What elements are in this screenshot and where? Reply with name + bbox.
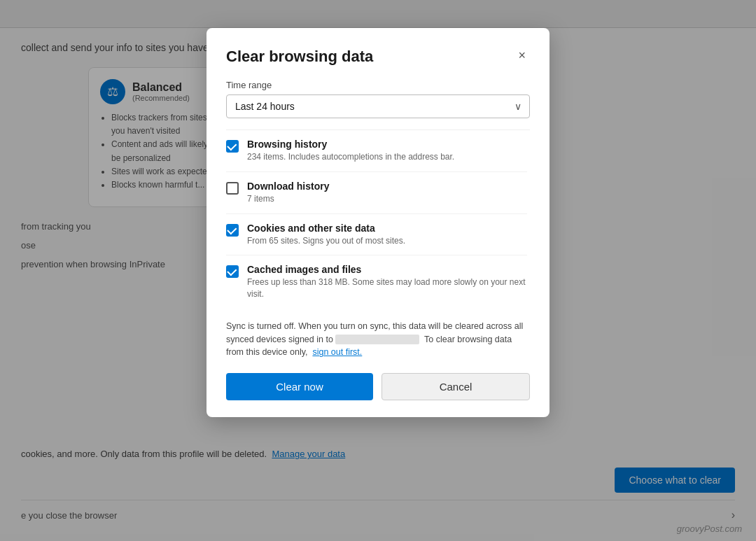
cached-desc: Frees up less than 318 MB. Some sites ma… xyxy=(247,276,527,300)
clear-now-button[interactable]: Clear now xyxy=(226,373,373,400)
options-list: Browsing history 234 items. Includes aut… xyxy=(226,129,530,309)
browsing-history-label: Browsing history xyxy=(247,139,527,150)
download-history-checkbox[interactable] xyxy=(226,182,239,195)
modal-overlay: Clear browsing data × Time range Last ho… xyxy=(0,0,756,541)
download-history-desc: 7 items xyxy=(247,193,527,205)
download-history-label: Download history xyxy=(247,181,527,192)
modal-title: Clear browsing data xyxy=(226,48,373,66)
browsing-history-checkbox[interactable] xyxy=(226,140,239,153)
cancel-button[interactable]: Cancel xyxy=(382,373,530,400)
cookies-checkbox[interactable] xyxy=(226,224,239,237)
cached-option: Cached images and files Frees up less th… xyxy=(226,255,527,309)
cached-label: Cached images and files xyxy=(247,264,527,275)
cookies-desc: From 65 sites. Signs you out of most sit… xyxy=(247,235,527,247)
cookies-option: Cookies and other site data From 65 site… xyxy=(226,214,527,256)
sync-notice: Sync is turned off. When you turn on syn… xyxy=(226,320,530,359)
clear-browsing-data-modal: Clear browsing data × Time range Last ho… xyxy=(206,28,550,417)
browsing-history-desc: 234 items. Includes autocompletions in t… xyxy=(247,151,527,163)
time-range-select[interactable]: Last hour Last 24 hours Last 7 days Last… xyxy=(226,94,530,118)
time-range-label: Time range xyxy=(226,80,530,90)
modal-buttons: Clear now Cancel xyxy=(226,373,530,400)
browsing-history-option: Browsing history 234 items. Includes aut… xyxy=(226,130,527,172)
cached-checkbox[interactable] xyxy=(226,265,239,278)
sign-out-link[interactable]: sign out first. xyxy=(312,347,362,357)
cookies-label: Cookies and other site data xyxy=(247,223,527,234)
time-range-wrapper: Last hour Last 24 hours Last 7 days Last… xyxy=(226,94,530,118)
email-redacted xyxy=(335,335,419,344)
close-button[interactable]: × xyxy=(514,48,530,63)
download-history-option: Download history 7 items xyxy=(226,172,527,214)
